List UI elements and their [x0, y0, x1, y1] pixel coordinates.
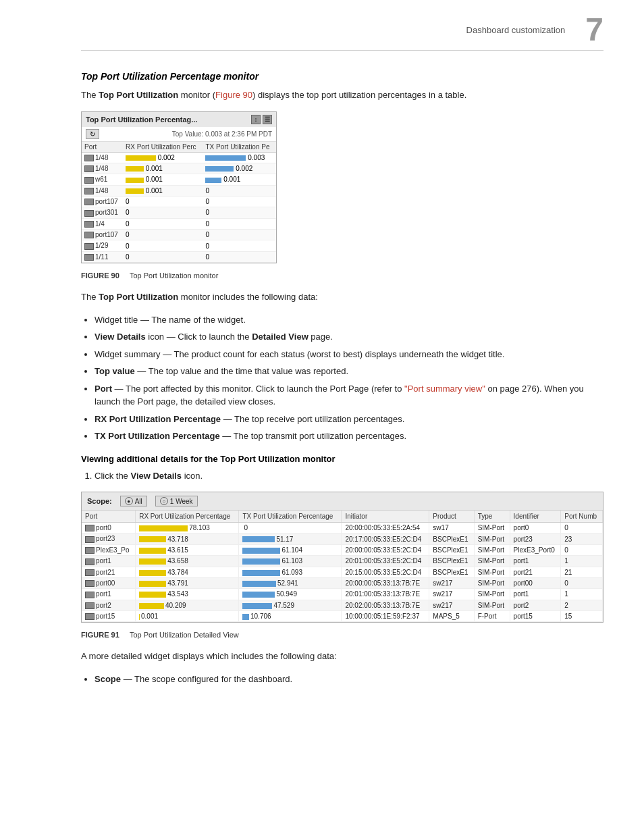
detail-identifier-cell: PlexE3_Port0: [510, 544, 561, 555]
detail-port-link[interactable]: port2: [96, 602, 111, 609]
port-link[interactable]: port301: [95, 209, 118, 216]
detail-rx-bar: [139, 548, 166, 554]
port-link[interactable]: 1/29: [95, 242, 108, 249]
detail-port-link[interactable]: port21: [96, 569, 115, 576]
port-icon: [84, 221, 94, 228]
detail-port-icon: [85, 569, 95, 576]
detail-tx-value: 61.093: [281, 569, 302, 576]
detail-tx-value: 51.17: [276, 536, 293, 543]
detail-tx-cell: 47.529: [239, 600, 342, 610]
sub-section-title: Viewing additional details for the Top P…: [81, 454, 603, 464]
refresh-button[interactable]: ↻: [86, 129, 99, 139]
detail-rx-bar: [139, 558, 166, 565]
scope-label: Scope:: [87, 497, 112, 505]
monitor-tx-cell: 0: [203, 251, 276, 262]
monitor-port-cell: port107: [82, 196, 123, 207]
detail-initiator-cell: 20:00:00:05:33:E5:2A:54: [342, 523, 429, 533]
detail-table-row: port143.54350.94920:01:00:05:33:13:7B:7E…: [82, 589, 603, 600]
detail-port-cell: port21: [82, 567, 136, 577]
rx-bar: [126, 166, 144, 172]
port-summary-link[interactable]: "Port summary view": [404, 384, 485, 394]
monitor-tx-cell: 0: [203, 196, 276, 207]
port-link[interactable]: 1/11: [95, 253, 108, 261]
detail-rx-cell: 0.001: [136, 610, 239, 621]
tx-value: 0.002: [236, 165, 252, 172]
monitor-rx-cell: 0: [123, 240, 203, 251]
detail-initiator-cell: 20:15:00:05:33:E5:2C:D4: [342, 567, 429, 577]
detail-tx-bar: [242, 592, 275, 598]
rx-value: 0: [126, 198, 130, 205]
detail-product-cell: sw217: [429, 589, 474, 600]
tx-value: 0.001: [223, 176, 240, 183]
tx-value: 0: [205, 198, 209, 205]
monitor-box-header: Top Port Utilization Percentag... ↕ ☰: [82, 112, 276, 127]
detail-port-cell: port1: [82, 589, 136, 600]
detail-port-link[interactable]: port1: [96, 590, 111, 598]
detail-tx-bar: [242, 614, 249, 620]
detail-rx-cell: 43.658: [136, 556, 239, 567]
port-link[interactable]: port107: [95, 231, 118, 238]
detail-port-icon: [85, 525, 95, 531]
monitor-tx-cell: 0: [203, 207, 276, 218]
col-product: Product: [429, 511, 474, 523]
top-port-utilization-bold: Top Port Utilization: [99, 90, 178, 100]
detail-tx-bar: [242, 558, 280, 565]
detail-port-link[interactable]: port15: [96, 613, 115, 620]
expand-icon[interactable]: ↕: [251, 115, 261, 124]
figure91-caption: FIGURE 91 Top Port Utilization Detailed …: [81, 631, 603, 639]
detail-rx-value: 43.543: [167, 590, 188, 598]
detail-rx-bar: [139, 592, 166, 598]
detail-table-header-row: Port RX Port Utilization Percentage TX P…: [82, 511, 603, 523]
detail-table-row: port143.65861.10320:01:00:05:33:E5:2C:D4…: [82, 556, 603, 567]
week-scope-button[interactable]: ○ 1 Week: [155, 496, 198, 506]
detail-num-cell: 0: [561, 577, 603, 588]
detail-port-link[interactable]: port23: [96, 535, 115, 542]
detail-widget-box: Scope: ● All ○ 1 Week Port RX Port Utili…: [81, 492, 603, 623]
detail-product-cell: BSCPlexE1: [429, 567, 474, 577]
port-link[interactable]: port107: [95, 198, 118, 205]
step-1: Click the View Details icon.: [95, 469, 603, 483]
section-desc2: The Top Port Utilization monitor include…: [81, 290, 603, 304]
monitor-tx-cell: 0.003: [203, 152, 276, 163]
figure90-link[interactable]: Figure 90: [215, 90, 252, 100]
tx-value: 0: [205, 209, 209, 216]
detail-product-cell: MAPS_5: [429, 610, 474, 621]
top-port-utilization-bold2: Top Port Utilization: [99, 292, 178, 302]
view-details-icon[interactable]: ☰: [263, 115, 272, 124]
rx-bar: [126, 155, 156, 161]
detail-type-cell: SIM-Port: [474, 523, 510, 533]
monitor-table-header-row: Port RX Port Utilization Perc TX Port Ut…: [82, 142, 276, 153]
port-link[interactable]: 1/48: [95, 187, 108, 194]
bullet-port: Port — The port affected by this monitor…: [95, 382, 603, 409]
detail-table-row: port2343.71851.1720:17:00:05:33:E5:2C:D4…: [82, 533, 603, 544]
port-link[interactable]: 1/4: [95, 220, 105, 228]
monitor-table-row: 1/48 0.0010: [82, 185, 276, 196]
detail-num-cell: 2: [561, 600, 603, 610]
detail-tx-cell: 10.706: [239, 610, 342, 621]
figure90-caption: FIGURE 90 Top Port Utilization monitor: [81, 271, 603, 280]
port-link[interactable]: w61: [95, 176, 107, 183]
detail-port-icon: [85, 547, 95, 554]
detail-table: Port RX Port Utilization Percentage TX P…: [82, 511, 603, 622]
section-desc3: A more detailed widget displays which in…: [81, 650, 603, 663]
detail-tx-bar: [242, 603, 272, 609]
detail-port-link[interactable]: PlexE3_Po: [96, 546, 129, 554]
detail-type-cell: F-Port: [474, 610, 510, 621]
detail-num-cell: 15: [561, 610, 603, 621]
all-scope-button[interactable]: ● All: [120, 496, 147, 506]
bullet-top-value: Top value — The top value and the time t…: [95, 365, 603, 378]
port-link[interactable]: 1/48: [95, 165, 108, 172]
detail-rx-bar: [139, 570, 166, 576]
monitor-tx-cell: 0: [203, 230, 276, 240]
detail-identifier-cell: port1: [510, 589, 561, 600]
detail-port-link[interactable]: port1: [96, 557, 111, 565]
detail-port-link[interactable]: port00: [96, 579, 115, 587]
detail-tx-cell: 51.17: [239, 533, 342, 544]
tx-pct-bold: TX Port Utilization Percentage: [95, 431, 220, 441]
port-link[interactable]: 1/48: [95, 154, 108, 161]
detail-tx-cell: 0: [239, 523, 342, 533]
detail-port-cell: PlexE3_Po: [82, 544, 136, 555]
detail-port-link[interactable]: port0: [96, 524, 111, 531]
detail-initiator-cell: 10:00:00:05:1E:59:F2:37: [342, 610, 429, 621]
port-icon: [84, 155, 94, 161]
